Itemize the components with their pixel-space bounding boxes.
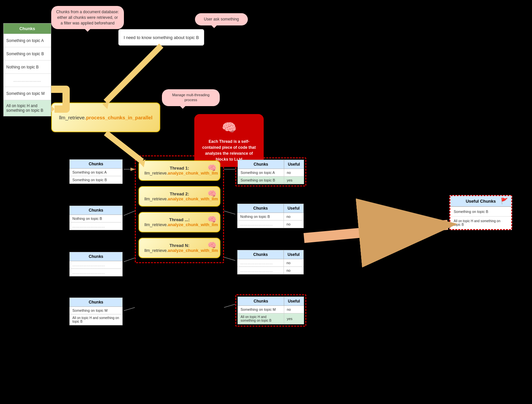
thread-label-n: Thread N: xyxy=(170,243,190,248)
sidebar-header: Chunks xyxy=(4,23,51,34)
thread-card-n: 🧠 Thread N: llm_retrieve.analyze_chunk_w… xyxy=(138,238,220,258)
bubble-user-ask: User ask something xyxy=(195,13,248,25)
out-t4-r2-useful: yes xyxy=(284,313,304,324)
input-t2-r1: Nothing on topic B xyxy=(70,215,123,222)
process-box: llm_retrieve.process_chunks_in_parallel xyxy=(51,102,160,132)
svg-line-11 xyxy=(124,307,135,311)
svg-line-9 xyxy=(124,211,135,216)
input-table-3: Chunks ……………………… ……………………… xyxy=(69,252,123,276)
brain-icon-dots: 🧠 xyxy=(208,215,216,224)
out-t1-r2-chunk: Something on topic B xyxy=(238,177,284,184)
bubble-chunks-text: Chunks from a document database: either … xyxy=(56,10,119,25)
out-t3-r2-useful: no xyxy=(284,267,304,274)
thread-card-1: 🧠 Thread 1: llm_retrieve.analyze_chunk_w… xyxy=(138,160,220,181)
output-table-4: Chunks Useful Something on topic M no Al… xyxy=(238,297,304,324)
input-table-4-header: Chunks xyxy=(70,298,123,307)
out-t4-r1-useful: no xyxy=(284,306,304,313)
input-t4-r1: Something on topic M xyxy=(70,307,123,314)
out-t3-r2-chunk: ……………………… xyxy=(238,267,284,274)
input-table-1: Chunks Something on topic A Something on… xyxy=(69,159,123,184)
thread-card-dots: 🧠 Thread ...: llm_retrieve.analyze_chunk… xyxy=(138,212,220,232)
svg-line-7 xyxy=(304,225,448,238)
bubble-user-text: User ask something xyxy=(204,17,239,21)
input-table-2-header: Chunks xyxy=(70,206,123,215)
out-t2-h2: Useful xyxy=(284,204,304,213)
out-t3-r1-chunk: ……………………… xyxy=(238,259,284,267)
query-box: I need to know something about topic B xyxy=(118,29,204,46)
svg-line-10 xyxy=(124,258,135,262)
input-t1-r2: Something on topic B xyxy=(70,176,123,184)
bubble-chunks-desc: Chunks from a document database: either … xyxy=(51,6,124,29)
brain-icon-n: 🧠 xyxy=(208,241,216,250)
useful-chunks-header: 🚩 Useful Chunks xyxy=(450,196,511,207)
input-t4-r2: All on topic H and something on topic B xyxy=(70,314,123,325)
output-table-3: Chunks Useful ……………………… no ……………………… no xyxy=(237,250,304,274)
out-t2-r1-chunk: Nothing on topic B xyxy=(238,213,284,221)
sidebar-row-3: Nothing on topic B xyxy=(4,60,51,73)
thread-label-dots: Thread ...: xyxy=(169,217,190,222)
flag-icon: 🚩 xyxy=(501,197,508,205)
input-table-1-header: Chunks xyxy=(70,160,123,169)
out-t2-r2-useful: no xyxy=(284,221,304,228)
sidebar-row-2: Something on topic B xyxy=(4,47,51,60)
output-table-2: Chunks Useful Nothing on topic B no …………… xyxy=(237,204,304,228)
out-t1-r2-useful: yes xyxy=(284,177,304,184)
out-t2-r1-useful: no xyxy=(284,213,304,221)
out-t3-h1: Chunks xyxy=(238,250,284,259)
input-t2-r2: ……………………… xyxy=(70,222,123,230)
input-t3-r2: ……………………… xyxy=(70,269,123,276)
brain-icon-1: 🧠 xyxy=(208,164,216,172)
out-t1-r1-useful: no xyxy=(284,169,304,177)
input-t1-r1: Something on topic A xyxy=(70,169,123,176)
input-t3-r1: ……………………… xyxy=(70,261,123,269)
useful-row-2: All on topic H and something on topic B xyxy=(450,216,511,229)
output-wrapper-4: Chunks Useful Something on topic M no Al… xyxy=(235,294,306,327)
out-t4-r2-chunk: All on topic H and something on topic B xyxy=(238,313,284,324)
brain-icon-2: 🧠 xyxy=(208,189,216,198)
out-t2-h1: Chunks xyxy=(238,204,284,213)
out-t3-h2: Useful xyxy=(284,250,304,259)
brain-icon-large: 🧠 xyxy=(200,119,258,137)
out-t1-h2: Useful xyxy=(284,160,304,169)
sidebar-row-4: ………………… xyxy=(4,73,51,87)
process-prefix: llm_retrieve. xyxy=(59,115,86,120)
out-t2-r2-chunk: ……………………… xyxy=(238,221,284,228)
useful-row-1: Something on topic B xyxy=(450,207,511,216)
query-text: I need to know something about topic B xyxy=(124,35,199,40)
svg-line-15 xyxy=(224,304,235,307)
out-t4-r1-chunk: Something on topic M xyxy=(238,306,284,313)
svg-line-3 xyxy=(106,46,161,102)
output-wrapper-1: Chunks Useful Something on topic A no So… xyxy=(235,157,306,186)
output-table-1: Chunks Useful Something on topic A no So… xyxy=(238,160,304,184)
bubble-thread-manage: Manage mult-threading process xyxy=(162,89,220,106)
svg-line-14 xyxy=(224,257,235,261)
sidebar-row-6: All on topic H and something on topic B xyxy=(4,100,51,116)
bubble-thread-text: Manage mult-threading process xyxy=(172,93,209,102)
thread-label-1: Thread 1: xyxy=(170,166,189,171)
thread-container: 🧠 Thread 1: llm_retrieve.analyze_chunk_w… xyxy=(135,155,224,263)
process-method: process_chunks_in_parallel xyxy=(86,115,152,120)
useful-chunks-box: 🚩 Useful Chunks Something on topic B All… xyxy=(449,195,512,230)
thread-card-2: 🧠 Thread 2: llm_retrieve.analyze_chunk_w… xyxy=(138,186,220,207)
out-t3-r1-useful: no xyxy=(284,259,304,267)
input-table-2: Chunks Nothing on topic B ……………………… xyxy=(69,206,123,230)
sidebar-row-5: Something on topic M xyxy=(4,87,51,100)
out-t1-h1: Chunks xyxy=(238,160,284,169)
out-t1-r1-chunk: Something on topic A xyxy=(238,169,284,177)
useful-box-title: Useful Chunks xyxy=(466,199,496,204)
svg-line-13 xyxy=(224,211,235,214)
input-table-4: Chunks Something on topic M All on topic… xyxy=(69,298,123,325)
sidebar-row-1: Something on topic A xyxy=(4,34,51,47)
out-t4-h1: Chunks xyxy=(238,297,284,306)
thread-label-2: Thread 2: xyxy=(170,191,189,196)
chunks-sidebar: Chunks Something on topic A Something on… xyxy=(3,23,51,116)
out-t4-h2: Useful xyxy=(284,297,304,306)
input-table-3-header: Chunks xyxy=(70,252,123,261)
